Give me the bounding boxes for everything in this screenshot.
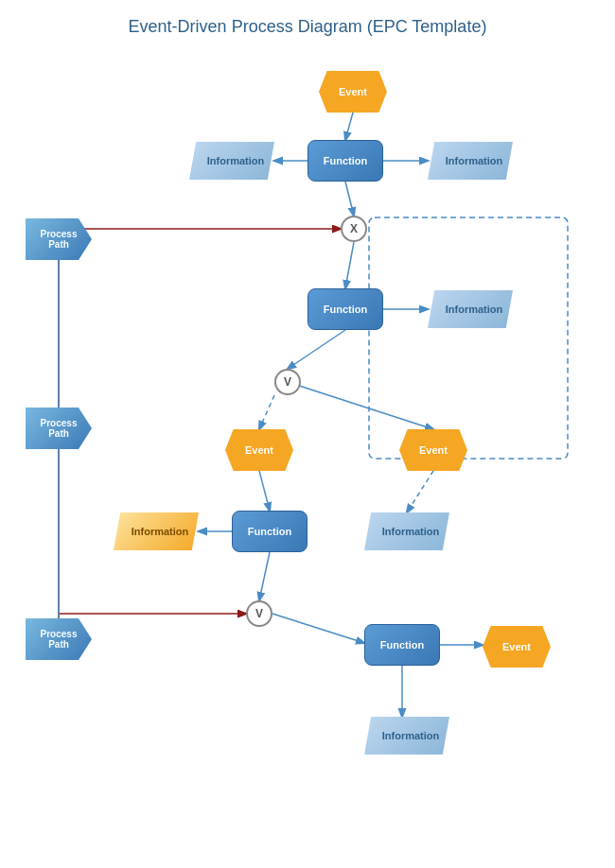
info-right3: Information xyxy=(364,512,449,550)
process-path1: Process Path xyxy=(26,218,92,260)
event1: Event xyxy=(319,71,387,113)
process-path2: Process Path xyxy=(26,408,92,449)
info-left2: Information xyxy=(114,512,199,550)
event2: Event xyxy=(225,429,293,471)
info-right2: Information xyxy=(428,290,513,328)
diagram-container: Event-Driven Process Diagram (EPC Templa… xyxy=(0,0,615,868)
info-left1: Information xyxy=(189,142,274,180)
function3: Function xyxy=(232,511,308,552)
svg-line-8 xyxy=(288,382,433,429)
svg-line-12 xyxy=(259,552,270,600)
diagram-lines xyxy=(0,0,615,868)
svg-line-11 xyxy=(407,471,433,512)
svg-line-0 xyxy=(345,113,353,140)
function4: Function xyxy=(364,624,440,666)
process-path3: Process Path xyxy=(26,618,92,660)
svg-line-4 xyxy=(345,242,354,288)
connector-v2: V xyxy=(246,600,272,627)
svg-rect-21 xyxy=(369,217,568,459)
svg-line-13 xyxy=(272,614,364,643)
svg-line-9 xyxy=(259,471,270,511)
info-right1: Information xyxy=(428,142,513,180)
connector-x: X xyxy=(341,216,367,242)
info-bottom: Information xyxy=(364,717,449,755)
event4: Event xyxy=(483,626,551,668)
svg-line-6 xyxy=(288,330,345,369)
svg-line-7 xyxy=(259,395,274,429)
svg-line-3 xyxy=(345,182,354,216)
page-title: Event-Driven Process Diagram (EPC Templa… xyxy=(0,0,615,46)
event3: Event xyxy=(399,429,467,471)
function2: Function xyxy=(308,288,383,330)
function1: Function xyxy=(308,140,383,182)
connector-v1: V xyxy=(274,369,301,395)
